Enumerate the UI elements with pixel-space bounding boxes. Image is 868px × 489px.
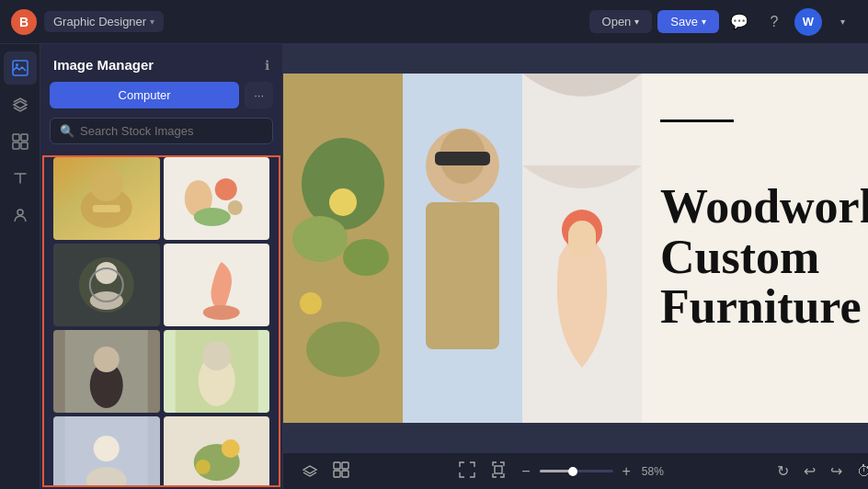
help-icon[interactable]: ? [760,7,789,37]
more-options-button[interactable]: ··· [245,82,273,108]
canvas-document[interactable]: Woodwork Custom Furniture [283,74,868,423]
canvas-photos [283,74,642,423]
svg-rect-45 [568,221,596,257]
fit-screen-icon[interactable] [455,458,479,485]
search-input[interactable] [80,124,263,138]
svg-point-1 [16,63,18,66]
zoom-out-icon[interactable]: − [518,460,533,483]
refresh-icon[interactable]: ↻ [773,459,793,483]
svg-point-8 [90,168,123,201]
text-rail-icon[interactable] [4,162,37,195]
svg-point-21 [94,347,120,372]
svg-point-26 [94,436,120,461]
grid-row [53,157,269,240]
chevron-down-icon: ▾ [634,17,639,27]
svg-point-13 [193,208,230,226]
grid-row [53,330,269,413]
bottom-bar: − + 58% ↻ ↩ ↪ ⏱ [283,452,868,489]
image-manager-panel: Image Manager ℹ Computer ··· 🔍 [40,44,283,489]
panel-actions: Computer ··· [40,82,282,118]
svg-point-33 [292,216,348,262]
svg-point-15 [96,262,118,284]
svg-point-24 [201,341,231,370]
svg-point-37 [306,322,380,377]
computer-button[interactable]: Computer [50,82,239,108]
grid-rail-icon[interactable] [4,125,37,158]
image-grid [42,155,280,487]
grid-row [53,244,269,326]
app-logo[interactable]: B [11,9,37,35]
thumbnail[interactable] [53,244,160,326]
open-button[interactable]: Open ▾ [589,10,653,33]
top-bar-actions: Open ▾ Save ▾ 💬 ? W ▾ [589,7,857,37]
panel-header: Image Manager ℹ [40,44,282,82]
chevron-down-icon: ▾ [150,17,154,27]
svg-point-29 [221,439,239,458]
svg-point-12 [227,200,242,215]
zoom-thumb[interactable] [568,467,577,476]
zoom-track[interactable] [540,470,613,472]
thumbnail[interactable] [164,244,270,326]
thumbnail[interactable] [164,416,270,487]
thumbnail[interactable] [164,157,270,240]
zoom-slider[interactable]: − + [518,460,634,483]
account-chevron-icon[interactable]: ▾ [828,7,857,37]
svg-point-30 [195,460,210,474]
svg-rect-48 [334,471,340,477]
people-rail-icon[interactable] [4,199,37,232]
info-icon[interactable]: ℹ [265,58,269,73]
history-icon[interactable]: ⏱ [853,460,868,483]
layers-rail-icon[interactable] [4,88,37,121]
svg-point-18 [202,305,239,320]
svg-point-11 [214,178,236,200]
grid-view-icon[interactable] [329,458,353,485]
top-bar: B Graphic Designer ▾ Open ▾ Save ▾ 💬 ? W… [0,0,868,44]
svg-rect-3 [21,134,28,141]
bottom-right: ↻ ↩ ↪ ⏱ [773,459,868,483]
project-selector[interactable]: Graphic Designer ▾ [44,11,164,32]
layers-icon[interactable] [298,458,322,485]
svg-point-6 [17,210,23,215]
bottom-center: − + 58% [353,458,773,485]
svg-rect-5 [21,142,28,149]
svg-rect-4 [13,142,19,149]
thumbnail[interactable] [53,157,160,240]
canvas-photo-1[interactable] [283,74,403,423]
svg-rect-50 [495,466,502,473]
canvas-viewport[interactable]: Woodwork Custom Furniture [283,44,868,452]
chevron-down-icon: ▾ [702,17,706,27]
save-button[interactable]: Save ▾ [657,10,719,33]
svg-point-34 [343,239,389,276]
search-bar[interactable]: 🔍 [50,118,273,144]
avatar[interactable]: W [794,8,822,36]
images-rail-icon[interactable] [4,51,37,85]
canvas-decorative-line [660,119,734,122]
canvas-text-block: Woodwork Custom Furniture [642,74,868,423]
actual-size-icon[interactable] [486,458,510,485]
svg-rect-42 [435,152,490,165]
undo-icon[interactable]: ↩ [800,459,819,483]
panel-title: Image Manager [53,57,154,73]
canvas-photo-3[interactable] [522,74,642,423]
svg-rect-40 [426,202,499,349]
bottom-left [298,458,353,485]
canvas-photo-2[interactable] [403,74,522,423]
svg-rect-9 [93,205,120,212]
search-icon: 🔍 [60,124,74,138]
redo-icon[interactable]: ↪ [827,459,846,483]
thumbnail[interactable] [164,330,270,413]
svg-point-35 [329,188,357,216]
thumbnail[interactable] [53,330,160,413]
main-layout: Image Manager ℹ Computer ··· 🔍 [0,44,868,489]
zoom-percentage: 58% [642,465,671,478]
thumbnail[interactable] [53,416,160,487]
project-name: Graphic Designer [53,15,146,28]
svg-rect-49 [342,471,348,477]
svg-rect-46 [334,462,340,469]
svg-point-36 [300,292,322,314]
zoom-in-icon[interactable]: + [619,460,634,483]
canvas-title[interactable]: Woodwork Custom Furniture [660,182,868,333]
chat-icon[interactable]: 💬 [725,7,754,37]
svg-rect-47 [342,462,348,469]
icon-rail [0,44,40,489]
